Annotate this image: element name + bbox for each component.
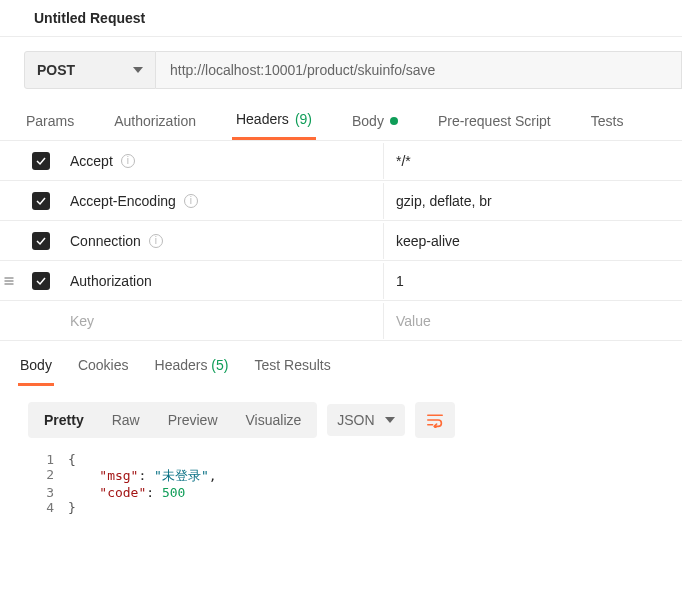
code-line: 1 { [38,452,664,467]
chevron-down-icon [385,417,395,423]
method-select[interactable]: POST [24,51,156,89]
dot-icon [390,117,398,125]
header-row-new: Key Value [0,301,682,341]
code-line: 3 "code": 500 [38,485,664,500]
tab-headers[interactable]: Headers (9) [232,103,316,140]
header-row: Authorization 1 [0,261,682,301]
request-tabs: Params Authorization Headers (9) Body Pr… [0,103,682,140]
header-row: Connection i keep-alive [0,221,682,261]
header-value[interactable]: gzip, deflate, br [384,183,682,219]
headers-table: Accept i */* Accept-Encoding i gzip, def… [0,140,682,341]
check-icon [35,195,47,207]
header-key[interactable]: Accept i [64,143,384,179]
line-number: 2 [38,467,68,485]
response-tabs: Body Cookies Headers (5) Test Results [18,351,664,386]
line-number: 1 [38,452,68,467]
info-icon: i [184,194,198,208]
url-input[interactable]: http://localhost:10001/product/skuinfo/s… [156,51,682,89]
chevron-down-icon [133,67,143,73]
header-key[interactable]: Connection i [64,223,384,259]
wrap-icon [425,412,445,428]
view-pretty[interactable]: Pretty [30,404,98,436]
tab-authorization[interactable]: Authorization [110,103,200,140]
request-title: Untitled Request [34,10,145,26]
tab-body[interactable]: Body [348,103,402,140]
header-value[interactable]: keep-alive [384,223,682,259]
tab-tests[interactable]: Tests [587,103,628,140]
view-raw[interactable]: Raw [98,404,154,436]
view-preview[interactable]: Preview [154,404,232,436]
header-checkbox[interactable] [32,152,50,170]
code-line: 4 } [38,500,664,515]
check-icon [35,155,47,167]
header-value[interactable]: 1 [384,263,682,299]
tab-pre-request-script[interactable]: Pre-request Script [434,103,555,140]
line-number: 4 [38,500,68,515]
header-row: Accept i */* [0,141,682,181]
header-key[interactable]: Authorization [64,263,384,299]
response-toolbar: Pretty Raw Preview Visualize JSON [28,402,664,438]
check-icon [35,275,47,287]
info-icon: i [149,234,163,248]
header-row: Accept-Encoding i gzip, deflate, br [0,181,682,221]
header-key[interactable]: Accept-Encoding i [64,183,384,219]
code-line: 2 "msg": "未登录", [38,467,664,485]
header-checkbox[interactable] [32,232,50,250]
response-tab-body[interactable]: Body [18,351,54,386]
tab-params[interactable]: Params [22,103,78,140]
response-tab-test-results[interactable]: Test Results [252,351,332,386]
response-body[interactable]: 1 { 2 "msg": "未登录", 3 "code": 500 4 } [18,448,664,515]
line-number: 3 [38,485,68,500]
check-icon [35,235,47,247]
header-value-input[interactable]: Value [384,303,682,339]
header-key-input[interactable]: Key [64,303,384,339]
wrap-lines-button[interactable] [415,402,455,438]
drag-handle-icon[interactable] [0,275,18,287]
response-tab-cookies[interactable]: Cookies [76,351,131,386]
view-mode-switch: Pretty Raw Preview Visualize [28,402,317,438]
info-icon: i [121,154,135,168]
header-value[interactable]: */* [384,143,682,179]
response-pane: Body Cookies Headers (5) Test Results Pr… [0,341,682,515]
view-visualize[interactable]: Visualize [232,404,316,436]
header-checkbox[interactable] [32,272,50,290]
url-text: http://localhost:10001/product/skuinfo/s… [170,62,435,78]
request-title-bar: Untitled Request [0,0,682,37]
method-label: POST [37,62,75,78]
format-select[interactable]: JSON [327,404,404,436]
response-tab-headers[interactable]: Headers (5) [153,351,231,386]
header-checkbox[interactable] [32,192,50,210]
request-line: POST http://localhost:10001/product/skui… [0,37,682,103]
